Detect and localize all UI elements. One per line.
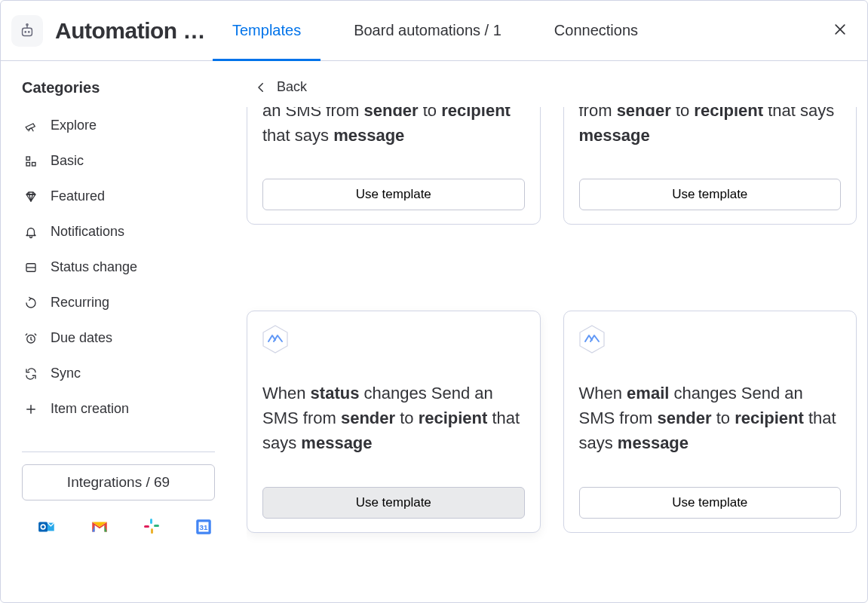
template-text: When email changes Send an SMS from send… xyxy=(579,381,842,455)
categories-list: Explore Basic Featured xyxy=(22,110,215,444)
layout-icon xyxy=(23,261,38,274)
svg-rect-7 xyxy=(26,157,30,161)
sidebar-item-due-dates[interactable]: Due dates xyxy=(22,323,215,354)
sidebar: Categories Explore Basic xyxy=(1,61,236,603)
sidebar-item-label: Due dates xyxy=(51,330,112,346)
sidebar-item-status-change[interactable]: Status change xyxy=(22,252,215,283)
sidebar-item-label: Basic xyxy=(51,153,84,169)
template-card: Every day, if date has passed Send an SM… xyxy=(247,107,541,225)
outlook-icon[interactable] xyxy=(37,517,57,537)
use-template-button[interactable]: Use template xyxy=(262,487,525,519)
template-card: When status changes Send an SMS from sen… xyxy=(247,311,541,533)
sidebar-item-label: Notifications xyxy=(51,224,124,240)
svg-text:31: 31 xyxy=(200,523,208,531)
tab-templates[interactable]: Templates xyxy=(232,1,301,61)
provider-badge xyxy=(579,325,605,354)
sidebar-item-notifications[interactable]: Notifications xyxy=(22,216,215,247)
svg-point-4 xyxy=(26,23,28,25)
sidebar-item-label: Item creation xyxy=(51,401,129,417)
svg-rect-9 xyxy=(32,162,36,166)
sidebar-item-explore[interactable]: Explore xyxy=(22,110,215,141)
close-button[interactable] xyxy=(828,17,852,44)
alarm-icon xyxy=(23,332,38,345)
main: Back Every day, if date has passed Send … xyxy=(236,61,867,603)
template-text: When date arrives Send an SMS from sende… xyxy=(579,107,842,148)
sidebar-item-label: Status change xyxy=(51,259,137,275)
shapes-icon xyxy=(23,155,38,168)
header: Automation … Templates Board automations… xyxy=(1,1,867,61)
use-template-button[interactable]: Use template xyxy=(262,179,525,210)
svg-rect-19 xyxy=(151,528,153,534)
template-text: Every day, if date has passed Send an SM… xyxy=(262,107,525,148)
telescope-icon xyxy=(23,119,38,133)
slack-icon[interactable] xyxy=(143,517,161,537)
svg-point-2 xyxy=(28,31,30,33)
tab-board-automations[interactable]: Board automations / 1 xyxy=(354,1,501,61)
sidebar-item-item-creation[interactable]: Item creation xyxy=(22,393,215,424)
diamond-icon xyxy=(23,190,38,204)
back-label: Back xyxy=(277,79,307,95)
integrations-label: Integrations / 69 xyxy=(67,474,170,491)
automation-app-icon xyxy=(11,15,43,47)
tab-connections[interactable]: Connections xyxy=(554,1,638,61)
plus-icon xyxy=(23,403,38,416)
template-card: When email changes Send an SMS from send… xyxy=(563,311,857,533)
provider-badge xyxy=(262,325,288,354)
sidebar-item-label: Featured xyxy=(51,188,105,204)
use-template-button[interactable]: Use template xyxy=(579,487,842,519)
sidebar-item-more[interactable] xyxy=(22,429,215,444)
google-calendar-icon[interactable]: 31 xyxy=(194,517,213,537)
svg-rect-15 xyxy=(38,522,48,532)
close-icon xyxy=(833,22,848,37)
sidebar-item-featured[interactable]: Featured xyxy=(22,181,215,212)
sidebar-item-recurring[interactable]: Recurring xyxy=(22,287,215,318)
integrations-icons-row: 31 xyxy=(22,517,215,537)
template-card: When date arrives Send an SMS from sende… xyxy=(563,107,857,225)
sidebar-item-label: Explore xyxy=(51,118,97,133)
svg-rect-18 xyxy=(154,525,159,527)
template-text: When status changes Send an SMS from sen… xyxy=(262,381,525,455)
template-cards: Every day, if date has passed Send an SM… xyxy=(247,107,857,595)
sidebar-item-label: Recurring xyxy=(51,295,109,311)
svg-rect-0 xyxy=(23,28,32,35)
sidebar-item-basic[interactable]: Basic xyxy=(22,145,215,176)
gmail-icon[interactable] xyxy=(90,517,109,537)
chevron-left-icon xyxy=(254,81,268,94)
svg-rect-8 xyxy=(26,162,30,166)
sidebar-item-label: Sync xyxy=(51,366,81,381)
svg-rect-20 xyxy=(144,525,149,528)
back-button[interactable]: Back xyxy=(247,79,857,107)
page-title: Automation … xyxy=(55,18,205,44)
sidebar-title: Categories xyxy=(22,79,215,96)
recurring-icon xyxy=(23,296,38,310)
sidebar-item-sync[interactable]: Sync xyxy=(22,358,215,389)
svg-point-1 xyxy=(24,31,26,33)
sync-icon xyxy=(23,367,38,381)
integrations-button[interactable]: Integrations / 69 xyxy=(22,464,215,500)
tabs: Templates Board automations / 1 Connecti… xyxy=(232,1,638,60)
bell-icon xyxy=(23,225,38,239)
svg-rect-17 xyxy=(150,519,152,524)
use-template-button[interactable]: Use template xyxy=(579,179,842,210)
sidebar-divider xyxy=(22,451,215,452)
